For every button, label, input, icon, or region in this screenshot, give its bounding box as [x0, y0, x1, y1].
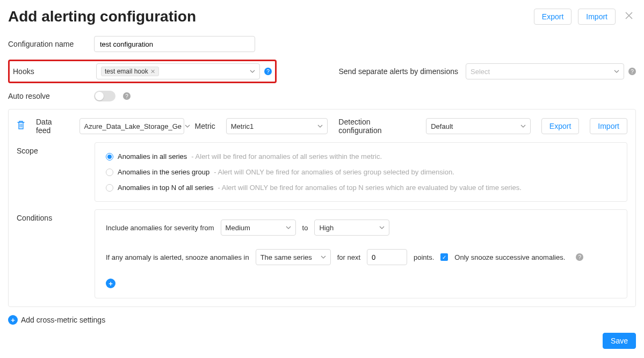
data-feed-select[interactable]: Azure_Data_Lake_Storage_Ge	[79, 118, 184, 134]
hooks-highlight: Hooks test email hook ✕ ?	[8, 60, 277, 83]
metric-panel: Data feed Azure_Data_Lake_Storage_Ge Met…	[8, 109, 636, 307]
dimensions-placeholder: Select	[471, 68, 490, 76]
snooze-value-input[interactable]	[367, 249, 407, 265]
snooze-help-icon[interactable]: ?	[576, 253, 583, 261]
snooze-text1: If any anomaly is alerted, snooze anomal…	[106, 253, 249, 261]
detection-label: Detection configuration	[338, 118, 415, 135]
auto-resolve-toggle[interactable]	[94, 91, 115, 101]
dimensions-label: Send separate alerts by dimensions	[338, 67, 458, 76]
scope-label: Scope	[17, 142, 95, 155]
scope-option-1-title: Anomalies in the series group	[118, 168, 209, 176]
scope-option-1-desc: - Alert will ONLY be fired for anomalies…	[214, 168, 454, 176]
snooze-text3: points.	[414, 253, 434, 261]
chevron-down-icon	[379, 226, 385, 229]
severity-from-select[interactable]: Medium	[221, 220, 296, 236]
scope-option-2-title: Anomalies in top N of all series	[118, 184, 213, 192]
hooks-help-icon[interactable]: ?	[264, 68, 272, 75]
conditions-label: Conditions	[17, 209, 95, 222]
snooze-checkbox-label: Only snooze successive anomalies.	[454, 253, 565, 261]
severity-to-label: to	[302, 224, 308, 232]
conditions-box: Include anomalies for severity from Medi…	[95, 209, 627, 298]
auto-resolve-help-icon[interactable]: ?	[123, 92, 131, 100]
dimensions-help-icon[interactable]: ?	[628, 68, 636, 75]
chevron-down-icon	[614, 70, 619, 73]
add-condition-button[interactable]: +	[106, 279, 115, 288]
scope-option-2-desc: - Alert will ONLY be fired for anomalies…	[218, 184, 521, 192]
hooks-tag-remove-icon[interactable]: ✕	[150, 68, 155, 75]
snooze-scope-select[interactable]: The same series	[256, 249, 331, 265]
config-name-label: Configuration name	[8, 40, 94, 48]
scope-option-0-title: Anomalies in all series	[118, 152, 187, 160]
severity-from-value: Medium	[226, 224, 250, 232]
page-title: Add alerting configuration	[8, 8, 196, 25]
chevron-down-icon	[321, 255, 326, 259]
panel-export-button[interactable]: Export	[541, 118, 579, 134]
severity-text: Include anomalies for severity from	[106, 224, 214, 232]
snooze-scope-value: The same series	[261, 253, 312, 261]
plus-icon: +	[8, 315, 18, 325]
close-icon[interactable]	[622, 12, 636, 21]
hooks-select[interactable]: test email hook ✕	[96, 63, 260, 79]
cross-metric-label: Add cross-metric settings	[21, 316, 105, 324]
metric-label: Metric	[195, 122, 215, 130]
scope-radio-all[interactable]	[106, 153, 113, 160]
detection-value: Default	[431, 122, 453, 130]
severity-to-value: High	[319, 224, 334, 232]
trash-icon[interactable]	[17, 120, 25, 132]
chevron-down-icon	[317, 125, 323, 128]
export-button[interactable]: Export	[534, 9, 571, 25]
hooks-tag-label: test email hook	[105, 68, 148, 75]
hooks-label: Hooks	[13, 67, 96, 76]
hooks-tag: test email hook ✕	[101, 67, 159, 76]
config-name-input[interactable]	[94, 36, 255, 52]
import-button[interactable]: Import	[578, 9, 616, 25]
scope-radio-group[interactable]	[106, 169, 113, 176]
data-feed-label: Data feed	[36, 118, 69, 135]
detection-select[interactable]: Default	[426, 118, 531, 134]
metric-value: Metric1	[231, 122, 254, 130]
panel-import-button[interactable]: Import	[590, 118, 627, 134]
metric-select[interactable]: Metric1	[226, 118, 328, 134]
auto-resolve-label: Auto resolve	[8, 92, 94, 100]
scope-option-0-desc: - Alert will be fired for anomalies of a…	[191, 152, 382, 160]
chevron-down-icon	[286, 226, 291, 229]
chevron-down-icon	[185, 125, 190, 128]
snooze-text2: for next	[337, 253, 360, 261]
save-button[interactable]: Save	[603, 333, 636, 349]
data-feed-value: Azure_Data_Lake_Storage_Ge	[84, 122, 182, 130]
add-cross-metric-button[interactable]: + Add cross-metric settings	[8, 315, 636, 325]
snooze-successive-checkbox[interactable]: ✓	[440, 253, 448, 261]
scope-radio-topn[interactable]	[106, 184, 113, 192]
chevron-down-icon	[250, 70, 255, 73]
severity-to-select[interactable]: High	[314, 220, 389, 236]
dimensions-select[interactable]: Select	[466, 63, 624, 79]
chevron-down-icon	[520, 125, 526, 128]
scope-box: Anomalies in all series - Alert will be …	[95, 142, 627, 202]
